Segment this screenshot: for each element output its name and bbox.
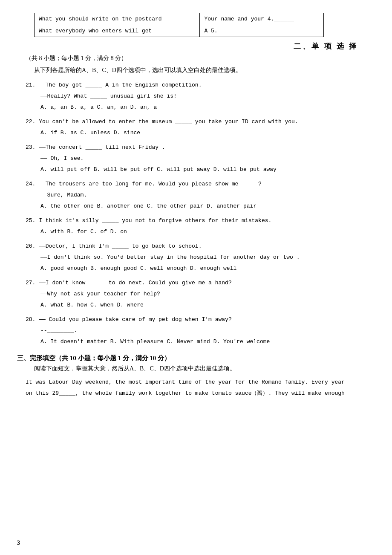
question-line: 23. ——The concert _____ till next Friday… [26,142,375,153]
section3-title: 三、完形填空（共 10 小题；每小题 1 分，满分 10 分） [17,354,375,362]
question-block: 23. ——The concert _____ till next Friday… [17,142,375,175]
options-line: A. the other one B. another one C. the o… [40,201,375,212]
section2-title: 二、单 项 选 择 [17,41,358,51]
options-line: A. with B. for C. of D. on [40,226,375,237]
passage-line: on this 29_____, the whole family work t… [26,388,375,399]
question-line: 22. You can't be allowed to enter the mu… [26,116,375,127]
question-line: ——Why not ask your teacher for help? [40,289,375,300]
question-line: --________. [40,325,375,336]
passage-container: It was Labour Day weekend, the most impo… [17,377,375,399]
table-section: What you should write on the postcardYou… [17,13,375,37]
question-line: ——Really? What _____ unusual girl she is… [40,91,375,102]
question-block: 24. ——The trousers are too long for me. … [17,179,375,212]
table-row: What you should write on the postcardYou… [35,13,324,25]
questions-container: 21. ——The boy got _____ A in the English… [17,80,375,347]
options-line: A. a, an B. a, a C. an, an D. an, a [40,102,375,113]
section3-instruction: 阅读下面短文，掌握其大意，然后从A、B、C、D四个选项中选出最佳选项。 [34,365,375,373]
postcard-table: What you should write on the postcardYou… [34,13,324,37]
question-line: —— Oh, I see. [40,153,375,164]
options-line: A. will put off B. will be put off C. wi… [40,164,375,175]
question-line: ——I don't think so. You'd better stay in… [40,252,375,263]
question-line: 26. ——Doctor, I think I'm _____ to go ba… [26,241,375,252]
table-row: What everybody who enters will getA 5.__… [35,25,324,37]
table-cell-label: What everybody who enters will get [35,25,200,37]
table-cell-label: What you should write on the postcard [35,13,200,25]
page-number: 3 [17,540,20,546]
passage-line: It was Labour Day weekend, the most impo… [26,377,375,388]
question-block: 25. I think it's silly _____ you not to … [17,215,375,237]
question-block: 27. ——I don't know _____ to do next. Cou… [17,278,375,311]
question-line: 28. —— Could you please take care of my … [26,314,375,325]
question-line: ——Sure, Madam. [40,190,375,201]
table-cell-value: A 5.______ [200,25,324,37]
question-line: 21. ——The boy got _____ A in the English… [26,80,375,91]
options-line: A. It doesn't matter B. With pleasure C.… [40,336,375,347]
question-block: 28. —— Could you please take care of my … [17,314,375,347]
section2-subheader: （共 8 小题；每小题 1 分，满分 8 分） [26,55,375,62]
options-line: A. what B. how C. when D. where [40,300,375,311]
question-line: 24. ——The trousers are too long for me. … [26,179,375,190]
options-line: A. if B. as C. unless D. since [40,127,375,139]
question-block: 26. ——Doctor, I think I'm _____ to go ba… [17,241,375,274]
question-block: 21. ——The boy got _____ A in the English… [17,80,375,113]
options-line: A. good enough B. enough good C. well en… [40,263,375,274]
question-line: 27. ——I don't know _____ to do next. Cou… [26,278,375,289]
question-block: 22. You can't be allowed to enter the mu… [17,116,375,139]
table-cell-value: Your name and your 4.______ [200,13,324,25]
question-line: 25. I think it's silly _____ you not to … [26,215,375,226]
section2-instruction: 从下列各题所给的A、B、C、D四个选项中，选出可以填入空白处的最佳选项。 [34,65,375,75]
